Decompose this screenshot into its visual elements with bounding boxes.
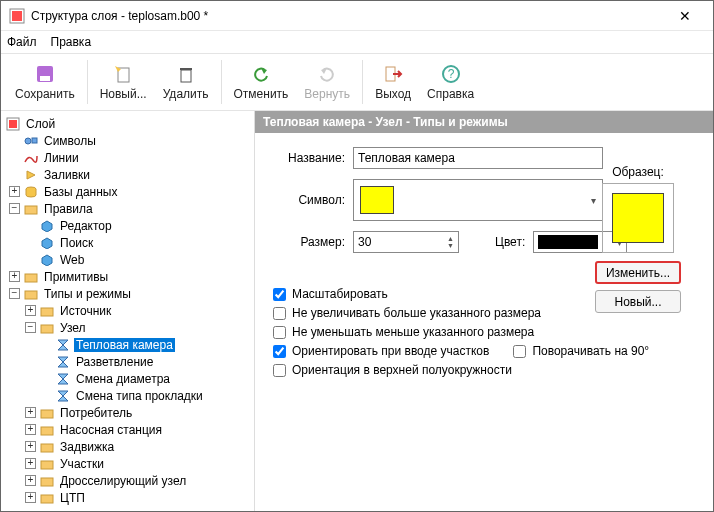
window-title: Структура слоя - teplosam.b00 * [31,9,665,23]
new-sample-button[interactable]: Новый... [595,290,681,313]
tree-thermal[interactable]: Тепловая камера [5,336,252,353]
tree-diam[interactable]: Смена диаметра [5,370,252,387]
menubar: Файл Правка [1,31,713,53]
tree-source[interactable]: +Источник [5,302,252,319]
tree-web[interactable]: Web [5,251,252,268]
toolbar: Сохранить Новый... Удалить Отменить Верн… [1,53,713,111]
app-icon [9,8,25,24]
redo-button: Вернуть [296,61,358,103]
tree-rules[interactable]: −Правила [5,200,252,217]
svg-rect-34 [41,461,53,469]
svg-marker-29 [58,374,68,384]
tree-sections[interactable]: +Участки [5,455,252,472]
change-button[interactable]: Изменить... [595,261,681,284]
check-upper-semi[interactable]: Ориентация в верхней полуокружности [273,363,695,377]
svg-rect-26 [41,325,53,333]
svg-rect-23 [25,274,37,282]
check-no-shrink[interactable]: Не уменьшать меньше указанного размера [273,325,695,339]
tree-gasket[interactable]: Смена типа прокладки [5,387,252,404]
name-input[interactable] [353,147,603,169]
svg-rect-6 [181,70,191,82]
tree-node[interactable]: −Узел [5,319,252,336]
exit-button[interactable]: Выход [367,61,419,103]
svg-text:?: ? [447,67,454,81]
svg-point-15 [25,138,31,144]
tree-modes[interactable]: −Типы и режимы [5,285,252,302]
size-spinner[interactable]: 30▲▼ [353,231,459,253]
save-button[interactable]: Сохранить [7,61,83,103]
svg-rect-16 [32,138,37,143]
undo-icon [250,63,272,85]
svg-marker-28 [58,357,68,367]
svg-marker-30 [58,391,68,401]
size-label: Размер: [273,235,345,249]
tree-editor[interactable]: Редактор [5,217,252,234]
tree-db[interactable]: +Базы данных [5,183,252,200]
svg-rect-1 [12,11,22,21]
svg-rect-33 [41,444,53,452]
tree-panel[interactable]: Слой Символы Линии Заливки +Базы данных … [1,111,255,511]
tree-search[interactable]: Поиск [5,234,252,251]
redo-icon [316,63,338,85]
sample-frame [602,183,674,253]
svg-marker-21 [42,238,52,249]
svg-rect-7 [180,68,192,70]
svg-rect-31 [41,410,53,418]
expand-icon[interactable]: + [9,186,20,197]
check-orient-input[interactable]: Ориентировать при вводе участков [273,344,489,358]
color-label: Цвет: [495,235,525,249]
svg-rect-19 [25,206,37,214]
svg-rect-25 [41,308,53,316]
sample-block: Образец: Изменить... Новый... [590,165,686,319]
tree-root[interactable]: Слой [5,115,252,132]
save-icon [34,63,56,85]
symbol-label: Символ: [273,193,345,207]
svg-rect-36 [41,495,53,503]
tree-throttle[interactable]: +Дросселирующий узел [5,472,252,489]
undo-button[interactable]: Отменить [226,61,297,103]
check-rotate90[interactable]: Поворачивать на 90° [513,344,649,358]
detail-panel: Тепловая камера - Узел - Типы и режимы Н… [255,111,713,511]
titlebar: Структура слоя - teplosam.b00 * ✕ [1,1,713,31]
name-label: Название: [273,151,345,165]
symbol-swatch [360,186,394,214]
sample-label: Образец: [590,165,686,179]
spinner-icon[interactable]: ▲▼ [447,235,454,249]
menu-edit[interactable]: Правка [51,35,92,49]
svg-marker-20 [42,221,52,232]
svg-rect-24 [25,291,37,299]
new-icon [112,63,134,85]
svg-marker-17 [27,171,35,179]
tree-fills[interactable]: Заливки [5,166,252,183]
tree-lines[interactable]: Линии [5,149,252,166]
section-title: Тепловая камера - Узел - Типы и режимы [255,111,713,133]
sample-swatch [612,193,664,243]
svg-marker-22 [42,255,52,266]
tree-symbols[interactable]: Символы [5,132,252,149]
tree-branch[interactable]: Разветвление [5,353,252,370]
help-icon: ? [440,63,462,85]
delete-button[interactable]: Удалить [155,61,217,103]
tree-consumer[interactable]: +Потребитель [5,404,252,421]
trash-icon [175,63,197,85]
svg-marker-27 [58,340,68,350]
exit-icon [382,63,404,85]
tree-pump[interactable]: +Насосная станция [5,421,252,438]
svg-rect-14 [9,120,17,128]
svg-rect-3 [40,76,50,81]
svg-rect-35 [41,478,53,486]
tree-ctp[interactable]: +ЦТП [5,489,252,506]
new-button[interactable]: Новый... [92,61,155,103]
tree-primitives[interactable]: +Примитивы [5,268,252,285]
svg-rect-32 [41,427,53,435]
menu-file[interactable]: Файл [7,35,37,49]
symbol-dropdown[interactable]: ▾ [353,179,603,221]
collapse-icon[interactable]: − [9,203,20,214]
close-button[interactable]: ✕ [665,8,705,24]
help-button[interactable]: ?Справка [419,61,482,103]
tree-valve[interactable]: +Задвижка [5,438,252,455]
